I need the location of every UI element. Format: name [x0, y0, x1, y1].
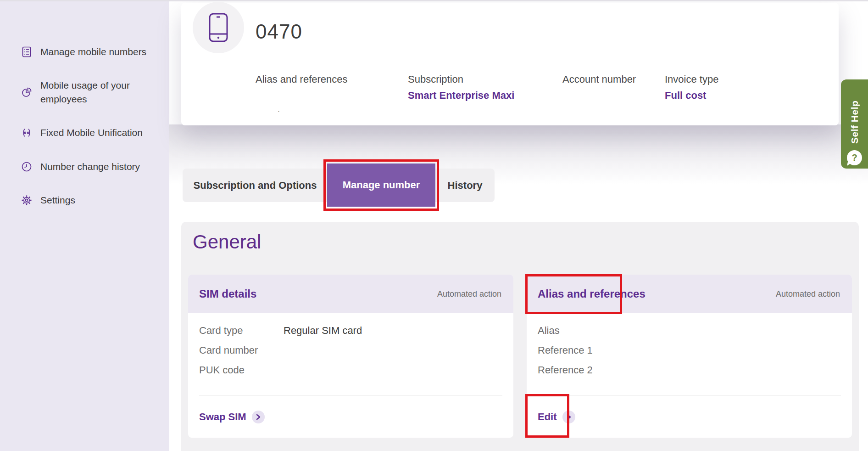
chevron-right-icon[interactable]: [252, 411, 265, 423]
field-label: Alias and references: [256, 73, 348, 85]
row-label: Card type: [199, 325, 284, 337]
alias-references-card: Alias and references Automated action Al…: [527, 275, 852, 438]
account-number-value: [562, 90, 636, 101]
self-help-label: Self Help: [849, 95, 860, 149]
top-border-line: [0, 0, 868, 1]
chevron-right-icon[interactable]: [562, 411, 575, 423]
sidebar-item-number-change-history[interactable]: Number change history: [20, 160, 158, 174]
sim-details-card: SIM details Automated action Card type R…: [188, 275, 513, 438]
field-subscription: Subscription Smart Enterprise Maxi: [408, 73, 514, 101]
sidebar-item-label: Mobile usage of your employees: [40, 79, 146, 106]
self-help-tab[interactable]: Self Help ?: [841, 79, 868, 169]
sidebar-item-fixed-mobile-unification[interactable]: Fixed Mobile Unification: [20, 126, 158, 140]
alias-references-card-body: Alias Reference 1 Reference 2: [527, 313, 852, 380]
clock-icon: [20, 160, 33, 173]
sidebar-item-mobile-usage[interactable]: Mobile usage of your employees: [20, 79, 158, 106]
sidebar-item-settings[interactable]: Settings: [20, 193, 158, 207]
card-title: Alias and references: [538, 288, 645, 300]
alias-empty-value: .: [278, 105, 280, 114]
field-label: Account number: [562, 73, 636, 85]
sidebar-item-manage-mobile-numbers[interactable]: Manage mobile numbers: [20, 45, 158, 59]
sidebar-item-label: Number change history: [40, 160, 140, 174]
swap-sim-label: Swap SIM: [199, 411, 246, 423]
invoice-type-value: Full cost: [665, 90, 718, 101]
table-row: Alias: [527, 321, 852, 340]
sim-details-card-header: SIM details Automated action: [188, 275, 513, 313]
row-label: PUK code: [199, 364, 284, 376]
row-label: Reference 1: [538, 344, 622, 356]
section-title: General: [193, 231, 261, 253]
card-type-value: Regular SIM card: [284, 325, 362, 337]
automated-action-badge: Automated action: [776, 289, 840, 299]
tab-manage-number[interactable]: Manage number: [327, 163, 435, 207]
table-row: PUK code: [188, 360, 513, 380]
question-bubble-icon: ?: [847, 150, 862, 165]
alias-references-card-header: Alias and references Automated action: [527, 275, 852, 313]
edit-button[interactable]: Edit: [538, 409, 575, 425]
number-summary-card: 0470 Alias and references . Subscription…: [181, 3, 839, 125]
smartphone-icon: [208, 12, 229, 43]
row-label: Card number: [199, 344, 284, 356]
sidebar-item-label: Fixed Mobile Unification: [40, 126, 143, 140]
field-label: Invoice type: [665, 73, 718, 85]
divider: [199, 395, 502, 395]
divider: [538, 395, 841, 395]
table-row: Reference 2: [527, 360, 852, 380]
field-invoice-type: Invoice type Full cost: [665, 73, 718, 101]
page: Manage mobile numbers Mobile usage of yo…: [0, 0, 868, 451]
sim-details-card-body: Card type Regular SIM card Card number P…: [188, 313, 513, 380]
avatar: [193, 2, 244, 53]
page-title-msisdn: 0470: [256, 20, 302, 43]
sidebar-item-label: Settings: [40, 193, 75, 207]
list-icon: [20, 45, 33, 58]
table-row: Reference 1: [527, 340, 852, 360]
subscription-value: Smart Enterprise Maxi: [408, 90, 514, 101]
sidebar-item-label: Manage mobile numbers: [40, 45, 146, 59]
tab-history[interactable]: History: [435, 169, 495, 202]
card-title: SIM details: [199, 288, 256, 300]
swap-sim-button[interactable]: Swap SIM: [199, 409, 265, 425]
gear-icon: [20, 194, 33, 207]
table-row: Card type Regular SIM card: [188, 321, 513, 340]
handsets-icon: [20, 126, 33, 139]
row-label: Reference 2: [538, 364, 622, 376]
edit-label: Edit: [538, 411, 557, 423]
pie-chart-icon: [20, 86, 33, 99]
table-row: Card number: [188, 340, 513, 360]
automated-action-badge: Automated action: [437, 289, 501, 299]
sidebar: Manage mobile numbers Mobile usage of yo…: [0, 1, 169, 451]
field-alias-and-references: Alias and references: [256, 73, 348, 85]
tab-subscription-and-options[interactable]: Subscription and Options: [183, 169, 328, 202]
row-label: Alias: [538, 325, 622, 337]
field-account-number: Account number: [562, 73, 636, 101]
field-label: Subscription: [408, 73, 514, 85]
